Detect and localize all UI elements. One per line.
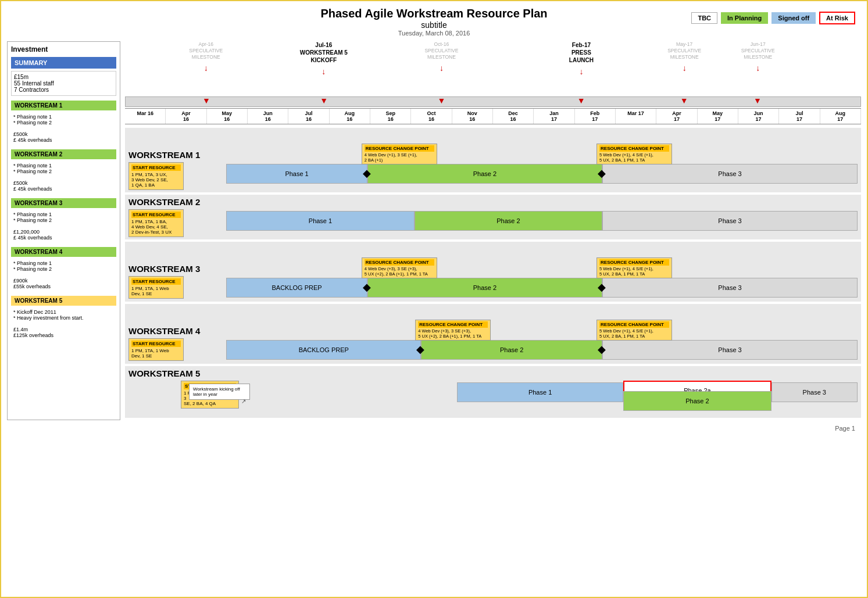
badge-planning[interactable]: In Planning — [721, 12, 768, 24]
rc-label-4-0: RESOURCE CHANGE POINT — [418, 321, 488, 328]
phase-bar-3-2: Phase 3 — [602, 278, 858, 298]
month-13: Apr17 — [656, 109, 697, 124]
phase-label-4-1: Phase 2 — [500, 346, 523, 353]
start-resource-2: START RESOURCE1 PM, 1TA, 1 BA,4 Web Dev,… — [128, 209, 184, 237]
phases-container-3: RESOURCE CHANGE POINT4 Web Dev (+3), 3 S… — [186, 276, 858, 299]
phase-label-2-0: Phase 1 — [309, 217, 332, 224]
month-1: Apr16 — [166, 109, 206, 124]
ws-label-1: WORKSTREAM 1 — [11, 101, 116, 110]
timeline-arrow-3: ▼ — [577, 96, 585, 105]
phase-label-3-2: Phase 3 — [718, 284, 741, 291]
milestone-0: Apr-16SPECULATIVEMILESTONE↓ — [183, 41, 229, 73]
badge-signed[interactable]: Signed off — [771, 12, 816, 24]
summary-label: SUMMARY — [11, 57, 116, 69]
rc-label-1-1: RESOURCE CHANGE POINT — [599, 145, 669, 152]
milestone-4: May-17SPECULATIVEMILESTONE↓ — [661, 41, 708, 73]
rc-label-4-1: RESOURCE CHANGE POINT — [599, 321, 669, 328]
start-resource-label-4: START RESOURCE — [131, 341, 181, 347]
month-9: Dec16 — [493, 109, 534, 124]
ws-details-1: * Phasing note 1* Phasing note 2 £500k£ … — [11, 112, 116, 145]
start-resource-text-1: 1 PM, 1TA, 3 UX,3 Web Dev, 2 SE,1 QA, 1 … — [131, 172, 181, 188]
investment-title: Investment — [11, 45, 116, 53]
left-ws-3: WORKSTREAM 3 * Phasing note 1* Phasing n… — [11, 198, 116, 242]
diamond-1-0: ◆ — [363, 167, 371, 180]
ws-title-3: WORKSTREAM 3 — [128, 264, 858, 274]
month-7: Oct16 — [411, 109, 452, 124]
start-resource-label-3: START RESOURCE — [131, 278, 181, 285]
phase-bar-2-1: Phase 2 — [415, 211, 602, 231]
ws-title-5: WORKSTREAM 5 — [128, 368, 858, 378]
start-resource-text-4: 1 PM, 1TA, 1 WebDev, 1 SE — [131, 348, 181, 359]
phase-label-5-2: Phase 2 — [685, 398, 709, 404]
start-resource-1: START RESOURCE1 PM, 1TA, 3 UX,3 Web Dev,… — [128, 162, 184, 190]
ws-details-5: * Kickoff Dec 2011* Heavy investment fro… — [11, 307, 116, 340]
phases-container-5: Phase 1Phase 2aPhase 2Phase 3 — [241, 381, 858, 416]
month-10: Jan17 — [534, 109, 574, 124]
ws-label-2: WORKSTREAM 2 — [11, 149, 116, 159]
left-ws-2: WORKSTREAM 2 * Phasing note 1* Phasing n… — [11, 149, 116, 194]
phase-label-4-2: Phase 3 — [718, 346, 741, 353]
phase-bar-3-1: Phase 2 — [367, 278, 602, 298]
phase-bar-4-2: Phase 3 — [602, 340, 858, 360]
gantt-area: Apr-16SPECULATIVEMILESTONE↓Jul-16WORKSTR… — [125, 41, 861, 420]
ws-section-2: WORKSTREAM 2START RESOURCE1 PM, 1TA, 1 B… — [125, 195, 861, 239]
phases-container-4: RESOURCE CHANGE POINT4 Web Dev (+3), 3 S… — [186, 338, 858, 361]
resource-change-1-0: RESOURCE CHANGE POINT4 Web Dev (+1), 3 S… — [362, 144, 437, 164]
month-3: Jun16 — [248, 109, 288, 124]
month-14: May17 — [698, 109, 738, 124]
left-ws-4: WORKSTREAM 4 * Phasing note 1* Phasing n… — [11, 247, 116, 291]
resource-change-4-0: RESOURCE CHANGE POINT4 Web Dev (+3), 3 S… — [415, 320, 491, 341]
timeline-arrow-4: ▼ — [680, 96, 688, 105]
badge-risk[interactable]: At Risk — [819, 12, 855, 24]
month-11: Feb17 — [575, 109, 616, 124]
start-resource-4: START RESOURCE1 PM, 1TA, 1 WebDev, 1 SE — [128, 338, 184, 361]
phases-container-2: Phase 1Phase 2Phase 3 — [186, 209, 858, 232]
diamond-3-1: ◆ — [598, 281, 606, 293]
start-resource-text-2: 1 PM, 1TA, 1 BA,4 Web Dev, 4 SE,2 Dev-in… — [131, 219, 181, 235]
phase-bar-4-1: Phase 2 — [421, 340, 602, 360]
ws-details-4: * Phasing note 1* Phasing note 2 £900k£5… — [11, 259, 116, 291]
ws-details-2: * Phasing note 1* Phasing note 2 £500k£ … — [11, 161, 116, 194]
left-ws-1: WORKSTREAM 1 * Phasing note 1* Phasing n… — [11, 101, 116, 145]
phase-label-5-3: Phase 3 — [803, 389, 826, 396]
resource-change-4-1: RESOURCE CHANGE POINT5 Web Dev (+1), 4 S… — [596, 320, 672, 341]
phases-container-1: RESOURCE CHANGE POINT4 Web Dev (+1), 3 S… — [186, 162, 858, 185]
rc-text-3-0: 4 Web Dev (+3), 3 SE (+3),5 UX (+2), 2 B… — [365, 266, 434, 277]
left-ws-5: WORKSTREAM 5 * Kickoff Dec 2011* Heavy i… — [11, 296, 116, 340]
ws-title-4: WORKSTREAM 4 — [128, 326, 858, 336]
phase-bar-1-2: Phase 3 — [602, 164, 858, 184]
month-15: Jun17 — [738, 109, 779, 124]
phase-bar-5-0: Phase 1 — [457, 382, 623, 402]
timeline-area: Apr-16SPECULATIVEMILESTONE↓Jul-16WORKSTR… — [125, 41, 861, 96]
badge-tbc[interactable]: TBC — [691, 12, 717, 24]
phase-bar-2-2: Phase 3 — [602, 211, 858, 231]
resource-change-3-1: RESOURCE CHANGE POINT5 Web Dev (+1), 4 S… — [596, 257, 672, 278]
phase-bar-5-3: Phase 3 — [771, 382, 858, 402]
phase-bar-1-0: Phase 1 — [226, 164, 367, 184]
ws-details-3: * Phasing note 1* Phasing note 2 £1,200,… — [11, 210, 116, 242]
rc-label-3-0: RESOURCE CHANGE POINT — [365, 259, 434, 266]
month-4: Jul16 — [288, 109, 329, 124]
rc-label-1-0: RESOURCE CHANGE POINT — [365, 145, 434, 152]
ws5-callout: Workstream kicking off later in year — [189, 384, 250, 400]
timeline-bar: ▼▼▼▼▼▼ — [125, 96, 861, 107]
month-6: Sep16 — [370, 109, 411, 124]
phase-label-3-1: Phase 2 — [473, 284, 496, 291]
timeline-arrow-2: ▼ — [438, 96, 446, 105]
diamond-4-0: ◆ — [416, 343, 424, 356]
milestone-5: Jun-17SPECULATIVEMILESTONE↓ — [735, 41, 781, 73]
timeline-arrow-1: ▼ — [320, 96, 328, 105]
rc-label-3-1: RESOURCE CHANGE POINT — [599, 259, 669, 266]
phase-label-2-1: Phase 2 — [496, 217, 520, 224]
rc-text-4-1: 5 Web Dev (+1), 4 S/E (+1),5 UX, 2 BA, 1… — [599, 328, 669, 339]
phase-label-1-2: Phase 3 — [718, 170, 741, 177]
ws-label-3: WORKSTREAM 3 — [11, 198, 116, 208]
ws-section-3: WORKSTREAM 3START RESOURCE1 PM, 1TA, 1 W… — [125, 242, 861, 302]
timeline-arrow-5: ▼ — [753, 96, 762, 105]
phase-label-1-1: Phase 2 — [473, 170, 496, 177]
month-12: Mar 17 — [616, 109, 656, 124]
month-8: Nov16 — [452, 109, 493, 124]
month-2: May16 — [207, 109, 248, 124]
legend-area: TBC In Planning Signed off At Risk — [691, 12, 855, 24]
start-resource-3: START RESOURCE1 PM, 1TA, 1 WebDev, 1 SE — [128, 276, 184, 299]
